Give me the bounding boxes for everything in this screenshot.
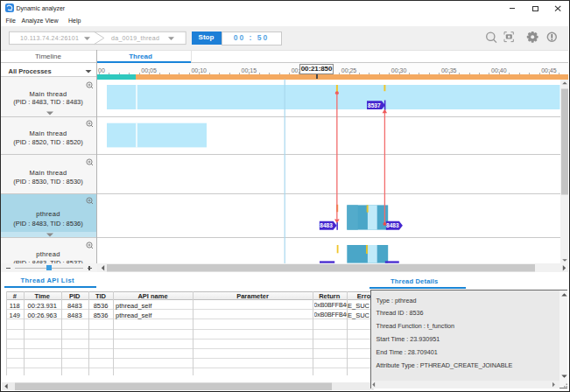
svg-text:8483: 8483 [386, 222, 399, 228]
svg-text:8483: 8483 [320, 222, 333, 228]
svg-text:8537: 8537 [368, 102, 381, 108]
